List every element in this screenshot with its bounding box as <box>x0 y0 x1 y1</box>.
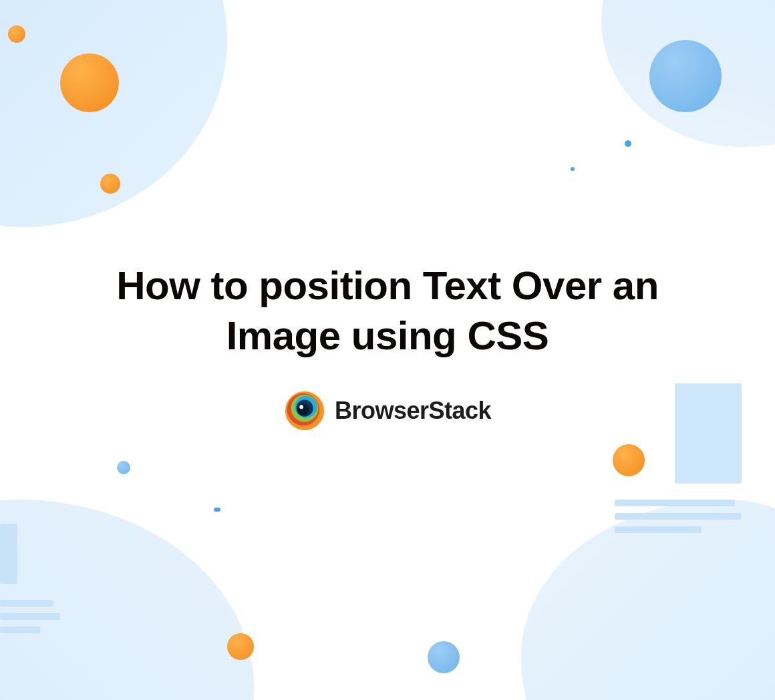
dot-orange-icon <box>8 25 25 43</box>
page-title: How to position Text Over an Image using… <box>0 260 775 361</box>
dot-blue-icon <box>625 140 631 147</box>
brand-name: BrowserStack <box>335 397 491 425</box>
browserstack-logo-icon <box>284 390 325 431</box>
dot-orange-icon <box>227 633 254 660</box>
dot-blue-icon <box>571 167 575 171</box>
brand-logo: BrowserStack <box>0 390 775 431</box>
svg-point-5 <box>297 403 309 415</box>
svg-point-6 <box>299 405 303 409</box>
dot-orange-icon <box>613 444 645 476</box>
dot-blue-icon <box>214 508 220 512</box>
dot-blue-icon <box>117 461 130 474</box>
hero-content: How to position Text Over an Image using… <box>0 260 775 431</box>
dot-blue-icon <box>649 40 722 112</box>
dot-orange-icon <box>60 53 119 112</box>
decorative-lines-left <box>0 524 60 633</box>
dot-blue-icon <box>428 641 460 673</box>
dot-orange-icon <box>100 174 120 194</box>
